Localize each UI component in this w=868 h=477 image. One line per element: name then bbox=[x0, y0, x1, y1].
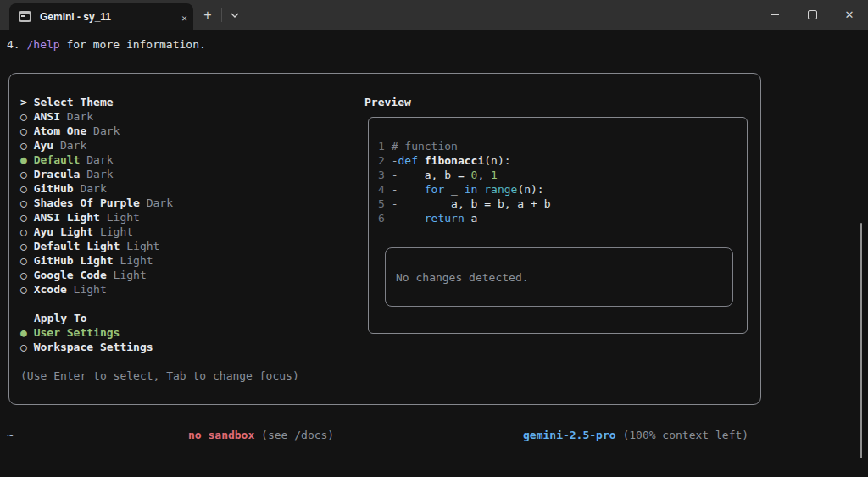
maximize-button[interactable] bbox=[793, 0, 831, 30]
code-token: 4 bbox=[378, 183, 392, 196]
theme-option-google-code[interactable]: ○ Google Code Light bbox=[20, 268, 299, 282]
scrollbar[interactable] bbox=[860, 223, 862, 458]
code-token: 3 bbox=[378, 169, 392, 181]
sandbox-hint: (see /docs) bbox=[254, 429, 334, 441]
radio-unselected-icon: ○ bbox=[20, 168, 34, 180]
tab-close-icon[interactable]: ✕ bbox=[176, 10, 192, 26]
theme-option-shades-of-purple[interactable]: ○ Shades Of Purple Dark bbox=[20, 196, 299, 210]
theme-variant: Dark bbox=[86, 125, 120, 137]
tab-separator bbox=[221, 8, 222, 22]
apply-option-label: Workspace Settings bbox=[34, 341, 153, 353]
radio-unselected-icon: ○ bbox=[20, 341, 34, 353]
theme-name: ANSI Light bbox=[34, 211, 100, 224]
help-command: /help bbox=[26, 38, 59, 51]
dialog-title: > Select Theme bbox=[20, 95, 299, 109]
code-token: a bbox=[465, 212, 478, 225]
code-line: 4 - for _ in range(n): bbox=[378, 182, 551, 197]
selection-prompt: > bbox=[20, 96, 34, 108]
theme-name: Atom One bbox=[34, 125, 87, 137]
minimize-icon bbox=[771, 14, 779, 15]
diff-message: No changes detected. bbox=[396, 270, 529, 285]
code-token: in bbox=[465, 183, 478, 196]
theme-dialog: > Select Theme ○ ANSI Dark○ Atom One Dar… bbox=[8, 73, 761, 405]
theme-name: Google Code bbox=[34, 269, 107, 281]
apply-option-user-settings[interactable]: ● User Settings bbox=[20, 325, 299, 340]
context-status: (100% context left) bbox=[616, 429, 749, 441]
close-button[interactable]: ✕ bbox=[831, 0, 868, 30]
code-token bbox=[398, 212, 424, 225]
theme-option-ansi[interactable]: ○ ANSI Dark bbox=[20, 109, 299, 124]
minimize-button[interactable] bbox=[756, 0, 793, 30]
theme-variant: Light bbox=[93, 225, 133, 238]
radio-unselected-icon: ○ bbox=[20, 283, 34, 296]
theme-option-github-light[interactable]: ○ GitHub Light Light bbox=[20, 253, 299, 268]
radio-selected-icon: ● bbox=[20, 153, 34, 166]
radio-unselected-icon: ○ bbox=[20, 254, 34, 267]
preview-pane: 1 # function2 -def fibonacci(n):3 - a, b… bbox=[368, 117, 748, 334]
maximize-icon bbox=[808, 10, 817, 19]
code-token: return bbox=[425, 212, 465, 225]
new-tab-button[interactable]: + bbox=[198, 6, 217, 25]
theme-variant: Dark bbox=[53, 139, 86, 152]
diff-panel: No changes detected. bbox=[385, 247, 733, 307]
keyboard-hint: (Use Enter to select, Tab to change focu… bbox=[20, 369, 299, 383]
theme-variant: Light bbox=[107, 269, 147, 281]
cwd-indicator: ~ bbox=[7, 428, 14, 442]
code-token: _ bbox=[444, 183, 464, 196]
theme-option-dracula[interactable]: ○ Dracula Dark bbox=[20, 167, 299, 181]
theme-option-ayu[interactable]: ○ Ayu Dark bbox=[20, 138, 299, 153]
code-token bbox=[398, 183, 424, 196]
radio-unselected-icon: ○ bbox=[20, 225, 34, 238]
apply-to-list: ● User Settings○ Workspace Settings bbox=[20, 325, 299, 354]
theme-variant: Dark bbox=[80, 168, 113, 180]
theme-name: GitHub bbox=[34, 182, 74, 195]
theme-variant: Light bbox=[67, 283, 107, 296]
theme-name: Default bbox=[34, 153, 81, 166]
theme-list: ○ ANSI Dark○ Atom One Dark○ Ayu Dark● De… bbox=[20, 109, 299, 297]
code-token: range bbox=[484, 183, 517, 196]
apply-option-workspace-settings[interactable]: ○ Workspace Settings bbox=[20, 340, 299, 354]
tip-suffix: for more information. bbox=[60, 38, 206, 51]
code-line: 2 -def fibonacci(n): bbox=[378, 153, 551, 168]
tab-title: Gemini - sy_11 bbox=[40, 11, 111, 23]
model-name: gemini-2.5-pro bbox=[523, 429, 616, 441]
sandbox-status-text: no sandbox bbox=[188, 429, 254, 441]
theme-option-atom-one[interactable]: ○ Atom One Dark bbox=[20, 124, 299, 138]
code-token: for bbox=[425, 183, 444, 196]
theme-option-xcode[interactable]: ○ Xcode Light bbox=[20, 282, 299, 297]
radio-unselected-icon: ○ bbox=[20, 110, 34, 123]
code-token: 2 bbox=[378, 154, 392, 167]
code-token: , bbox=[477, 169, 491, 181]
theme-option-ansi-light[interactable]: ○ ANSI Light Light bbox=[20, 210, 299, 225]
radio-unselected-icon: ○ bbox=[20, 197, 34, 209]
titlebar: Gemini - sy_11 ✕ + ✕ bbox=[0, 0, 868, 30]
chevron-down-icon bbox=[231, 13, 239, 18]
preview-label: Preview bbox=[364, 95, 411, 109]
code-token: 1 bbox=[378, 140, 392, 153]
code-token: a, b = b, a + b bbox=[398, 197, 550, 210]
tab-dropdown-button[interactable] bbox=[225, 6, 244, 25]
theme-option-github[interactable]: ○ GitHub Dark bbox=[20, 181, 299, 196]
model-status: gemini-2.5-pro (100% context left) bbox=[523, 428, 748, 442]
sandbox-status: no sandbox (see /docs) bbox=[188, 428, 334, 442]
theme-option-default-light[interactable]: ○ Default Light Light bbox=[20, 239, 299, 253]
code-line: 3 - a, b = 0, 1 bbox=[378, 168, 551, 182]
theme-variant: Light bbox=[120, 240, 159, 252]
terminal-tab[interactable]: Gemini - sy_11 ✕ bbox=[9, 3, 193, 30]
theme-option-default[interactable]: ● Default Dark bbox=[20, 153, 299, 167]
tip-line: 4. /help for more information. bbox=[7, 37, 206, 52]
radio-unselected-icon: ○ bbox=[20, 211, 34, 224]
code-token: 5 bbox=[378, 197, 392, 210]
code-token bbox=[418, 154, 425, 167]
theme-variant: Dark bbox=[60, 110, 93, 123]
code-token: (n): bbox=[484, 154, 510, 167]
radio-unselected-icon: ○ bbox=[20, 240, 34, 252]
radio-unselected-icon: ○ bbox=[20, 269, 34, 281]
theme-variant: Dark bbox=[80, 153, 113, 166]
code-token: 1 bbox=[491, 169, 498, 181]
theme-option-ayu-light[interactable]: ○ Ayu Light Light bbox=[20, 225, 299, 239]
code-preview: 1 # function2 -def fibonacci(n):3 - a, b… bbox=[378, 139, 551, 225]
theme-list-column: > Select Theme ○ ANSI Dark○ Atom One Dar… bbox=[20, 95, 299, 383]
theme-variant: Dark bbox=[74, 182, 107, 195]
theme-name: Shades Of Purple bbox=[34, 197, 140, 209]
